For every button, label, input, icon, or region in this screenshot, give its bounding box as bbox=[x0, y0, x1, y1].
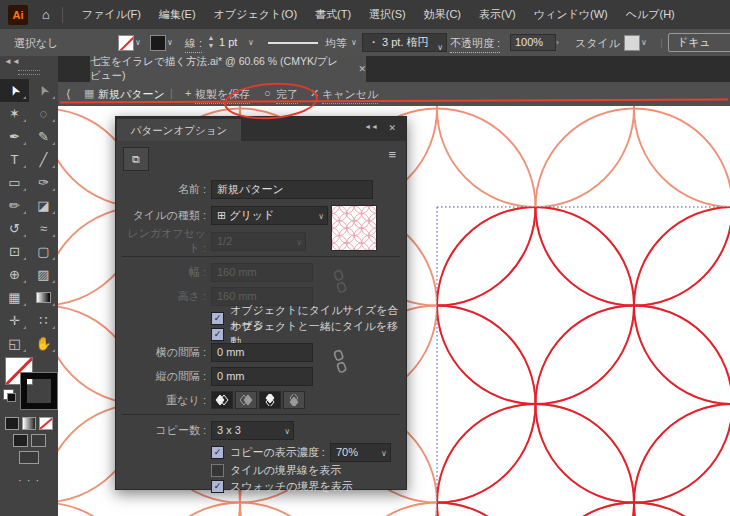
draw-behind-button[interactable] bbox=[31, 434, 46, 447]
fill-swatch[interactable] bbox=[118, 35, 134, 51]
rotate-tool[interactable]: ↺ bbox=[0, 217, 29, 240]
selection-status-label: 選択なし bbox=[14, 36, 59, 51]
tile-type-chevron-icon: ∨ bbox=[318, 208, 324, 225]
overlap-bottom-in-front[interactable] bbox=[283, 391, 305, 409]
overlap-left-in-front-icon bbox=[214, 394, 230, 406]
stroke-swatch[interactable] bbox=[150, 35, 166, 51]
dim-copies-dropdown[interactable]: 70%∨ bbox=[330, 443, 391, 462]
dim-chevron-icon: ∨ bbox=[381, 445, 387, 462]
size-to-art-checkbox[interactable]: ✓ bbox=[211, 312, 224, 325]
exit-pattern-mode-arrow-icon[interactable]: ⟨ bbox=[66, 87, 71, 101]
spacing-link-icon[interactable] bbox=[332, 347, 348, 377]
opacity-label[interactable]: 不透明度 : bbox=[450, 36, 500, 53]
swatch-bounds-checkbox[interactable]: ✓ bbox=[211, 480, 224, 493]
save-copy-plus-icon[interactable]: + bbox=[185, 87, 191, 99]
shape-builder-tool[interactable]: ⊕ bbox=[0, 263, 29, 286]
profile-chevron-icon[interactable]: ∨ bbox=[351, 38, 357, 47]
move-with-art-checkbox[interactable]: ✓ bbox=[211, 328, 224, 341]
artboard-tool[interactable]: ◱ bbox=[0, 332, 29, 355]
opacity-value[interactable]: 100% bbox=[510, 34, 556, 51]
tools-grip-handle[interactable] bbox=[18, 70, 40, 75]
tools-grid: ➤➤✶◌✒✎T╱▭✑✏◪↺≈⊡▢⊕▨▦✛∷◱✋ bbox=[0, 79, 58, 355]
stroke-indicator[interactable] bbox=[21, 373, 57, 409]
panel-menu-icon[interactable]: ≡ bbox=[388, 147, 396, 162]
selection-tool[interactable]: ➤ bbox=[0, 79, 29, 102]
tile-type-dropdown[interactable]: ⊞ グリッド∨ bbox=[211, 206, 328, 225]
stroke-weight-stepper[interactable]: ▲▼ bbox=[207, 34, 215, 50]
home-icon[interactable]: ⌂ bbox=[42, 7, 50, 22]
pattern-tile-tool-button[interactable]: ⧉ bbox=[123, 147, 149, 171]
stroke-weight-value[interactable]: 1 pt bbox=[219, 36, 237, 48]
panel-tab-pattern-options[interactable]: パターンオプション bbox=[117, 119, 241, 141]
opacity-expand-icon[interactable]: › bbox=[556, 38, 559, 47]
tile-edge-checkbox[interactable]: ✓ bbox=[211, 464, 224, 477]
stroke-weight-label[interactable]: 線 : bbox=[185, 36, 202, 53]
gradient-button[interactable] bbox=[22, 417, 36, 430]
document-close-icon[interactable]: ✕ bbox=[358, 64, 366, 74]
overlap-right-in-front[interactable] bbox=[235, 391, 257, 409]
none-button[interactable] bbox=[39, 417, 53, 430]
illustrator-logo[interactable]: Ai bbox=[8, 5, 28, 25]
h-spacing-input[interactable]: 0 mm bbox=[211, 343, 313, 362]
default-fill-stroke-icon[interactable] bbox=[3, 389, 14, 400]
cancel-button[interactable]: キャンセル bbox=[322, 87, 378, 104]
perspective-grid-tool[interactable]: ▨ bbox=[29, 263, 58, 286]
free-transform-tool[interactable]: ▢ bbox=[29, 240, 58, 263]
scale-tool[interactable]: ⊡ bbox=[0, 240, 29, 263]
pen-tool[interactable]: ✒ bbox=[0, 125, 29, 148]
brush-definition-dropdown[interactable]: ・ 3 pt. 楕円∨ bbox=[362, 33, 447, 52]
curvature-tool[interactable]: ✎ bbox=[29, 125, 58, 148]
stroke-weight-chevron-icon[interactable]: ∨ bbox=[248, 38, 254, 47]
done-circle-icon[interactable]: ○ bbox=[264, 87, 271, 99]
overlap-left-in-front[interactable] bbox=[211, 391, 233, 409]
controlbar-divider: | bbox=[660, 36, 663, 48]
eyedropper-tool[interactable]: ✛ bbox=[0, 309, 29, 332]
menu-編集[interactable]: 編集(E) bbox=[150, 0, 205, 29]
menu-ウィンドウ[interactable]: ウィンドウ(W) bbox=[525, 0, 617, 29]
color-button[interactable] bbox=[5, 417, 19, 430]
eraser-tool[interactable]: ◪ bbox=[29, 194, 58, 217]
brick-offset-chevron-icon: ∨ bbox=[296, 234, 302, 251]
save-copy-button[interactable]: 複製を保存 bbox=[195, 87, 250, 104]
line-segment-tool[interactable]: ╱ bbox=[29, 148, 58, 171]
hand-tool[interactable]: ✋ bbox=[29, 332, 58, 355]
gradient-tool[interactable] bbox=[29, 286, 58, 309]
stroke-chevron-icon[interactable]: ∨ bbox=[167, 38, 173, 47]
shaper-tool[interactable]: ✏ bbox=[0, 194, 29, 217]
v-spacing-input[interactable]: 0 mm bbox=[211, 367, 313, 386]
screen-mode-button[interactable] bbox=[19, 451, 39, 464]
overlap-top-in-front[interactable] bbox=[259, 391, 281, 409]
menu-選択[interactable]: 選択(S) bbox=[360, 0, 415, 29]
style-chevron-icon[interactable]: ∨ bbox=[641, 38, 647, 47]
tools-collapse-icon[interactable]: ◄◄ bbox=[0, 56, 58, 69]
panel-close-icon[interactable]: ✕ bbox=[388, 123, 396, 133]
edit-toolbar-ellipsis[interactable]: · · · bbox=[0, 474, 58, 486]
rectangle-tool[interactable]: ▭ bbox=[0, 171, 29, 194]
menu-効果[interactable]: 効果(C) bbox=[415, 0, 470, 29]
menu-ファイル[interactable]: ファイル(F) bbox=[73, 0, 150, 29]
lasso-tool[interactable]: ◌ bbox=[29, 102, 58, 125]
cancel-x-icon[interactable]: ✕ bbox=[310, 87, 319, 100]
menu-表示[interactable]: 表示(V) bbox=[470, 0, 525, 29]
panel-collapse-icon[interactable]: ◄◄ bbox=[364, 123, 378, 130]
blend-tool[interactable]: ∷ bbox=[29, 309, 58, 332]
paintbrush-tool[interactable]: ✑ bbox=[29, 171, 58, 194]
type-tool[interactable]: T bbox=[0, 148, 29, 171]
document-setup-button[interactable]: ドキュ bbox=[668, 33, 730, 52]
done-button[interactable]: 完了 bbox=[276, 87, 298, 104]
width-tool[interactable]: ≈ bbox=[29, 217, 58, 240]
fill-chevron-icon[interactable]: ∨ bbox=[135, 38, 141, 47]
mesh-tool[interactable]: ▦ bbox=[0, 286, 29, 309]
profile-label[interactable]: 均等 bbox=[325, 36, 347, 51]
name-input[interactable]: 新規パターン bbox=[211, 180, 373, 199]
draw-normal-button[interactable] bbox=[13, 434, 28, 447]
direct-selection-tool[interactable]: ➤ bbox=[29, 79, 58, 102]
dim-copies-checkbox[interactable]: ✓ bbox=[211, 446, 224, 459]
menu-ヘルプ[interactable]: ヘルプ(H) bbox=[617, 0, 684, 29]
menu-書式[interactable]: 書式(T) bbox=[306, 0, 360, 29]
copies-dropdown[interactable]: 3 x 3∨ bbox=[211, 421, 294, 440]
style-swatch[interactable] bbox=[624, 35, 640, 51]
menu-オブジェクト[interactable]: オブジェクト(O) bbox=[205, 0, 306, 29]
document-tab[interactable]: 七宝をイラレで描く方法.ai* @ 60.66 % (CMYK/プレビュー) ✕ bbox=[90, 56, 366, 82]
magic-wand-tool[interactable]: ✶ bbox=[0, 102, 29, 125]
